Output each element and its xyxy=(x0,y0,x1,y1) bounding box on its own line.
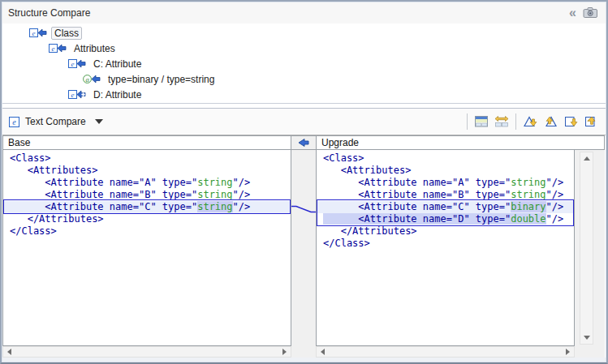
next-difference-icon[interactable] xyxy=(522,114,538,129)
code-line: </Attributes> xyxy=(323,225,574,238)
previous-difference-icon[interactable] xyxy=(542,114,558,129)
scroll-left-icon[interactable] xyxy=(3,347,15,357)
structure-compare-header: Structure Compare « xyxy=(2,2,606,24)
svg-text:e: e xyxy=(52,45,55,53)
compare-gutter xyxy=(291,150,316,358)
svg-text:e: e xyxy=(32,29,36,37)
code-line: <Attribute name="C" type="string"/> xyxy=(3,201,291,213)
scroll-down-icon[interactable] xyxy=(580,332,593,344)
code-line: <Attributes> xyxy=(10,165,291,177)
tree-item-label: D: Attribute xyxy=(90,88,144,101)
tree-item-type-binary-type-string[interactable]: atype=binary / type=string xyxy=(2,71,606,87)
upgrade-pane[interactable]: <Class> <Attributes> <Attribute name="A"… xyxy=(316,150,575,346)
tree-item-attributes[interactable]: eAttributes xyxy=(2,41,606,56)
tree-item-c-attribute[interactable]: eC: Attribute xyxy=(2,56,606,71)
code-line: </Attributes> xyxy=(10,213,291,225)
upgrade-horizontal-scrollbar[interactable] xyxy=(316,346,575,358)
svg-text:e: e xyxy=(71,60,75,68)
emf-add-left-icon: e xyxy=(68,89,86,100)
previous-change-icon[interactable] xyxy=(583,114,599,129)
base-horizontal-scrollbar[interactable] xyxy=(2,346,291,358)
tree-item-label: Attributes xyxy=(71,42,119,55)
tree-item-label: type=binary / type=string xyxy=(105,73,218,86)
structure-compare-title: Structure Compare xyxy=(8,7,90,19)
upgrade-pane-code: <Class> <Attributes> <Attribute name="A"… xyxy=(317,150,574,345)
code-line: <Attribute name="B" type="string"/> xyxy=(323,189,574,201)
base-pane-header: Base xyxy=(2,135,291,150)
emf-change-left-icon: e xyxy=(29,28,47,38)
code-line: </Class> xyxy=(10,225,291,238)
chevron-down-icon[interactable] xyxy=(95,119,103,124)
code-line: <Attribute name="C" type="binary"/> xyxy=(317,201,574,213)
code-line: </Class> xyxy=(323,238,574,250)
compare-gutter-header xyxy=(291,135,316,150)
base-pane-code: <Class> <Attributes> <Attribute name="A"… xyxy=(3,150,291,345)
attribute-change-left-icon: a xyxy=(83,74,101,84)
merge-left-arrow-icon xyxy=(298,138,309,148)
upgrade-pane-header: Upgrade xyxy=(316,135,605,150)
text-compare-bar: e Text Compare xyxy=(2,108,606,135)
text-compare-title: Text Compare xyxy=(25,116,86,127)
tree-item-label: Class xyxy=(51,27,82,40)
camera-icon[interactable] xyxy=(582,6,598,20)
tree-item-d-attribute[interactable]: eD: Attribute xyxy=(2,87,606,102)
code-line: <Attributes> xyxy=(323,165,574,177)
structure-compare-tree[interactable]: eClasseAttributeseC: Attributeatype=bina… xyxy=(2,24,606,104)
bottom-filler xyxy=(0,358,608,362)
code-line: <Class> xyxy=(323,152,574,165)
scroll-right-icon[interactable] xyxy=(278,347,291,357)
swap-panes-icon[interactable] xyxy=(494,114,510,129)
toolbar-separator xyxy=(467,113,468,130)
text-compare-icon: e xyxy=(9,117,19,127)
text-compare-viewer-switcher[interactable]: e Text Compare xyxy=(9,116,103,127)
scroll-left-icon[interactable] xyxy=(317,347,329,357)
base-pane[interactable]: <Class> <Attributes> <Attribute name="A"… xyxy=(2,150,291,346)
upgrade-pane-title: Upgrade xyxy=(321,137,359,148)
next-change-icon[interactable] xyxy=(563,114,579,129)
toolbar-separator xyxy=(515,113,516,130)
right-scroll-rail xyxy=(575,150,605,358)
emf-change-left-icon: e xyxy=(68,58,86,69)
scroll-right-icon[interactable] xyxy=(562,347,574,357)
base-pane-title: Base xyxy=(8,137,30,148)
tree-item-class[interactable]: eClass xyxy=(2,25,606,41)
code-line: <Attribute name="D" type="double"/> xyxy=(323,213,574,225)
double-chevron-left-icon[interactable]: « xyxy=(569,7,575,19)
tree-item-label: C: Attribute xyxy=(90,58,144,71)
diff-connector xyxy=(291,150,316,346)
viewer-layout-icon[interactable] xyxy=(473,114,489,129)
code-line: <Attribute name="B" type="string"/> xyxy=(10,189,291,201)
code-line: <Attribute name="A" type="string"/> xyxy=(323,177,574,189)
vertical-scrollbar[interactable] xyxy=(580,152,593,345)
svg-text:e: e xyxy=(71,91,75,99)
code-line: <Attribute name="A" type="string"/> xyxy=(10,177,291,189)
emf-change-left-icon: e xyxy=(49,43,67,54)
svg-text:e: e xyxy=(12,118,16,126)
code-line: <Class> xyxy=(10,152,291,165)
compare-editor-window: Structure Compare « eClasseAttributeseC:… xyxy=(0,0,608,364)
scroll-up-icon[interactable] xyxy=(580,152,593,165)
svg-text:a: a xyxy=(85,75,88,84)
